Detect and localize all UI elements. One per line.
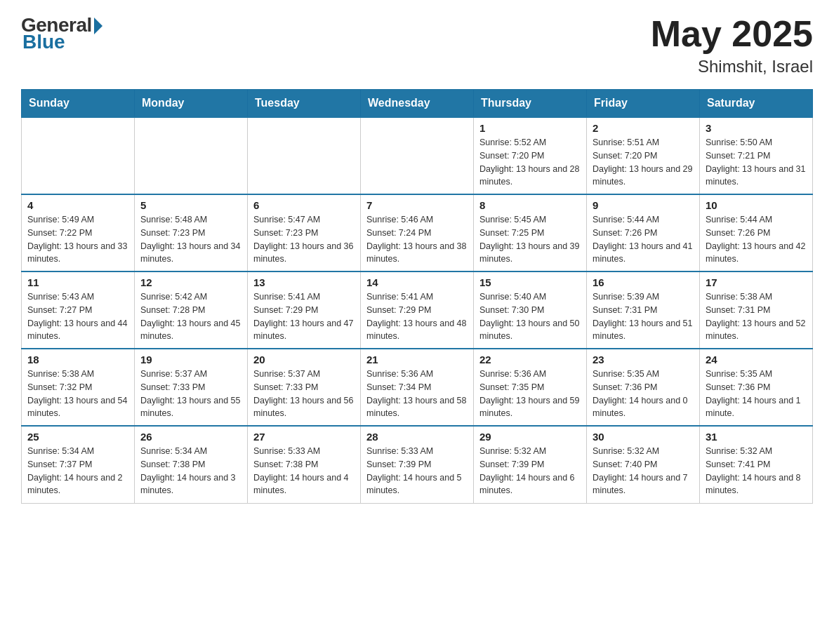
calendar-cell bbox=[248, 117, 361, 194]
day-info: Sunrise: 5:32 AMSunset: 7:41 PMDaylight:… bbox=[706, 445, 807, 497]
calendar-cell: 5Sunrise: 5:48 AMSunset: 7:23 PMDaylight… bbox=[135, 194, 248, 271]
week-row-3: 11Sunrise: 5:43 AMSunset: 7:27 PMDayligh… bbox=[22, 271, 813, 349]
week-row-1: 1Sunrise: 5:52 AMSunset: 7:20 PMDaylight… bbox=[22, 117, 813, 194]
day-number: 24 bbox=[706, 354, 807, 365]
day-number: 28 bbox=[366, 431, 468, 443]
day-number: 8 bbox=[479, 199, 581, 211]
day-number: 3 bbox=[706, 122, 807, 134]
logo-blue-text: Blue bbox=[22, 31, 65, 53]
day-number: 22 bbox=[479, 354, 581, 365]
page-header: General Blue May 2025 Shimshit, Israel bbox=[21, 14, 813, 76]
header-day-friday: Friday bbox=[587, 90, 700, 118]
calendar-body: 1Sunrise: 5:52 AMSunset: 7:20 PMDaylight… bbox=[22, 117, 813, 503]
day-info: Sunrise: 5:34 AMSunset: 7:38 PMDaylight:… bbox=[140, 445, 241, 497]
day-info: Sunrise: 5:38 AMSunset: 7:31 PMDaylight:… bbox=[706, 290, 807, 343]
day-info: Sunrise: 5:37 AMSunset: 7:33 PMDaylight:… bbox=[140, 368, 241, 420]
header-day-sunday: Sunday bbox=[22, 90, 135, 118]
calendar-cell: 7Sunrise: 5:46 AMSunset: 7:24 PMDaylight… bbox=[361, 194, 474, 271]
calendar-cell: 27Sunrise: 5:33 AMSunset: 7:38 PMDayligh… bbox=[248, 426, 361, 503]
calendar-header: SundayMondayTuesdayWednesdayThursdayFrid… bbox=[22, 90, 813, 118]
calendar-cell: 26Sunrise: 5:34 AMSunset: 7:38 PMDayligh… bbox=[135, 426, 248, 503]
day-number: 6 bbox=[253, 199, 355, 211]
calendar-cell: 28Sunrise: 5:33 AMSunset: 7:39 PMDayligh… bbox=[361, 426, 474, 503]
week-row-4: 18Sunrise: 5:38 AMSunset: 7:32 PMDayligh… bbox=[22, 349, 813, 426]
calendar-cell: 29Sunrise: 5:32 AMSunset: 7:39 PMDayligh… bbox=[474, 426, 587, 503]
calendar-cell: 2Sunrise: 5:51 AMSunset: 7:20 PMDaylight… bbox=[587, 117, 700, 194]
day-info: Sunrise: 5:38 AMSunset: 7:32 PMDaylight:… bbox=[27, 368, 128, 420]
calendar-cell: 13Sunrise: 5:41 AMSunset: 7:29 PMDayligh… bbox=[248, 271, 361, 349]
day-info: Sunrise: 5:39 AMSunset: 7:31 PMDaylight:… bbox=[593, 290, 694, 343]
day-info: Sunrise: 5:35 AMSunset: 7:36 PMDaylight:… bbox=[706, 368, 807, 420]
day-number: 2 bbox=[593, 122, 694, 134]
day-number: 12 bbox=[140, 276, 241, 288]
day-info: Sunrise: 5:41 AMSunset: 7:29 PMDaylight:… bbox=[366, 290, 468, 343]
day-number: 13 bbox=[253, 276, 355, 288]
day-number: 17 bbox=[706, 276, 807, 288]
header-day-tuesday: Tuesday bbox=[248, 90, 361, 118]
day-info: Sunrise: 5:47 AMSunset: 7:23 PMDaylight:… bbox=[253, 213, 355, 266]
header-day-monday: Monday bbox=[135, 90, 248, 118]
day-info: Sunrise: 5:33 AMSunset: 7:39 PMDaylight:… bbox=[366, 445, 468, 497]
day-number: 31 bbox=[706, 431, 807, 443]
calendar-cell: 8Sunrise: 5:45 AMSunset: 7:25 PMDaylight… bbox=[474, 194, 587, 271]
calendar-cell: 21Sunrise: 5:36 AMSunset: 7:34 PMDayligh… bbox=[361, 349, 474, 426]
calendar-cell: 1Sunrise: 5:52 AMSunset: 7:20 PMDaylight… bbox=[474, 117, 587, 194]
calendar-cell: 14Sunrise: 5:41 AMSunset: 7:29 PMDayligh… bbox=[361, 271, 474, 349]
header-row: SundayMondayTuesdayWednesdayThursdayFrid… bbox=[22, 90, 813, 118]
header-day-saturday: Saturday bbox=[700, 90, 813, 118]
day-number: 11 bbox=[27, 276, 128, 288]
header-day-wednesday: Wednesday bbox=[361, 90, 474, 118]
logo-arrow-icon bbox=[94, 18, 102, 34]
day-number: 4 bbox=[27, 199, 128, 211]
day-info: Sunrise: 5:52 AMSunset: 7:20 PMDaylight:… bbox=[479, 136, 581, 189]
calendar-cell: 9Sunrise: 5:44 AMSunset: 7:26 PMDaylight… bbox=[587, 194, 700, 271]
day-info: Sunrise: 5:32 AMSunset: 7:39 PMDaylight:… bbox=[479, 445, 581, 497]
calendar-cell: 10Sunrise: 5:44 AMSunset: 7:26 PMDayligh… bbox=[700, 194, 813, 271]
calendar-cell: 4Sunrise: 5:49 AMSunset: 7:22 PMDaylight… bbox=[22, 194, 135, 271]
day-info: Sunrise: 5:45 AMSunset: 7:25 PMDaylight:… bbox=[479, 213, 581, 266]
day-number: 29 bbox=[479, 431, 581, 443]
logo: General Blue bbox=[21, 14, 102, 53]
day-info: Sunrise: 5:46 AMSunset: 7:24 PMDaylight:… bbox=[366, 213, 468, 266]
calendar-cell: 15Sunrise: 5:40 AMSunset: 7:30 PMDayligh… bbox=[474, 271, 587, 349]
calendar-cell: 25Sunrise: 5:34 AMSunset: 7:37 PMDayligh… bbox=[22, 426, 135, 503]
day-number: 1 bbox=[479, 122, 581, 134]
calendar-cell: 23Sunrise: 5:35 AMSunset: 7:36 PMDayligh… bbox=[587, 349, 700, 426]
day-info: Sunrise: 5:40 AMSunset: 7:30 PMDaylight:… bbox=[479, 290, 581, 343]
day-number: 23 bbox=[593, 354, 694, 365]
title-area: May 2025 Shimshit, Israel bbox=[651, 14, 813, 76]
calendar-cell: 22Sunrise: 5:36 AMSunset: 7:35 PMDayligh… bbox=[474, 349, 587, 426]
day-info: Sunrise: 5:41 AMSunset: 7:29 PMDaylight:… bbox=[253, 290, 355, 343]
day-info: Sunrise: 5:43 AMSunset: 7:27 PMDaylight:… bbox=[27, 290, 128, 343]
day-info: Sunrise: 5:44 AMSunset: 7:26 PMDaylight:… bbox=[593, 213, 694, 266]
day-info: Sunrise: 5:37 AMSunset: 7:33 PMDaylight:… bbox=[253, 368, 355, 420]
day-info: Sunrise: 5:42 AMSunset: 7:28 PMDaylight:… bbox=[140, 290, 241, 343]
location-label: Shimshit, Israel bbox=[651, 57, 813, 76]
calendar-table: SundayMondayTuesdayWednesdayThursdayFrid… bbox=[21, 89, 813, 504]
day-number: 9 bbox=[593, 199, 694, 211]
day-number: 5 bbox=[140, 199, 241, 211]
calendar-cell: 31Sunrise: 5:32 AMSunset: 7:41 PMDayligh… bbox=[700, 426, 813, 503]
calendar-cell: 18Sunrise: 5:38 AMSunset: 7:32 PMDayligh… bbox=[22, 349, 135, 426]
week-row-2: 4Sunrise: 5:49 AMSunset: 7:22 PMDaylight… bbox=[22, 194, 813, 271]
week-row-5: 25Sunrise: 5:34 AMSunset: 7:37 PMDayligh… bbox=[22, 426, 813, 503]
day-number: 19 bbox=[140, 354, 241, 365]
calendar-cell bbox=[22, 117, 135, 194]
day-info: Sunrise: 5:33 AMSunset: 7:38 PMDaylight:… bbox=[253, 445, 355, 497]
calendar-cell: 30Sunrise: 5:32 AMSunset: 7:40 PMDayligh… bbox=[587, 426, 700, 503]
day-info: Sunrise: 5:48 AMSunset: 7:23 PMDaylight:… bbox=[140, 213, 241, 266]
day-info: Sunrise: 5:32 AMSunset: 7:40 PMDaylight:… bbox=[593, 445, 694, 497]
day-number: 26 bbox=[140, 431, 241, 443]
day-number: 21 bbox=[366, 354, 468, 365]
calendar-cell: 24Sunrise: 5:35 AMSunset: 7:36 PMDayligh… bbox=[700, 349, 813, 426]
day-number: 27 bbox=[253, 431, 355, 443]
calendar-cell bbox=[135, 117, 248, 194]
month-year-title: May 2025 bbox=[651, 14, 813, 54]
day-number: 7 bbox=[366, 199, 468, 211]
day-number: 20 bbox=[253, 354, 355, 365]
calendar-cell: 3Sunrise: 5:50 AMSunset: 7:21 PMDaylight… bbox=[700, 117, 813, 194]
day-info: Sunrise: 5:36 AMSunset: 7:35 PMDaylight:… bbox=[479, 368, 581, 420]
calendar-cell: 16Sunrise: 5:39 AMSunset: 7:31 PMDayligh… bbox=[587, 271, 700, 349]
day-info: Sunrise: 5:50 AMSunset: 7:21 PMDaylight:… bbox=[706, 136, 807, 189]
day-number: 14 bbox=[366, 276, 468, 288]
